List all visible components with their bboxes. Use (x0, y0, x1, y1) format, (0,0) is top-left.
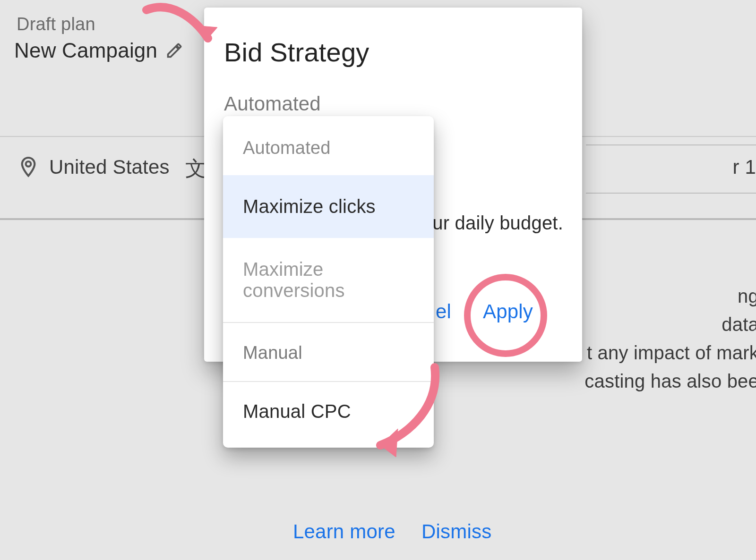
dropdown-group-automated: Automated (223, 116, 434, 175)
apply-button[interactable]: Apply (483, 300, 533, 323)
option-maximize-conversions[interactable]: Maximize conversions (223, 238, 434, 322)
text-fragment: ng (738, 282, 756, 310)
text-fragment: t any impact of mark (587, 339, 756, 366)
panel-title: Bid Strategy (224, 37, 369, 68)
dropdown-group-manual: Manual (223, 323, 434, 381)
translate-icon[interactable]: 文 (185, 155, 206, 183)
location-text: United States (49, 156, 170, 178)
option-manual-cpc[interactable]: Manual CPC (223, 382, 434, 447)
divider (586, 193, 756, 194)
divider (586, 144, 756, 145)
date-fragment: r 1 (732, 156, 756, 178)
campaign-name-row[interactable]: New Campaign (14, 39, 183, 62)
text-fragment: casting has also bee (584, 367, 756, 395)
budget-text-fragment: ur daily budget. (432, 212, 563, 234)
location-pin-icon (19, 156, 38, 178)
panel-subtitle: Automated (224, 93, 321, 115)
svg-point-0 (26, 161, 31, 167)
learn-more-link[interactable]: Learn more (293, 520, 395, 543)
cancel-button[interactable]: el (436, 300, 451, 323)
location-row[interactable]: United States (19, 156, 170, 178)
dismiss-link[interactable]: Dismiss (421, 520, 491, 543)
draft-plan-label: Draft plan (17, 14, 95, 34)
edit-icon[interactable] (166, 42, 183, 59)
campaign-name: New Campaign (14, 39, 157, 62)
text-fragment: data (722, 311, 756, 338)
bid-strategy-dropdown[interactable]: Automated Maximize clicks Maximize conve… (223, 116, 434, 448)
option-maximize-clicks[interactable]: Maximize clicks (223, 175, 434, 238)
